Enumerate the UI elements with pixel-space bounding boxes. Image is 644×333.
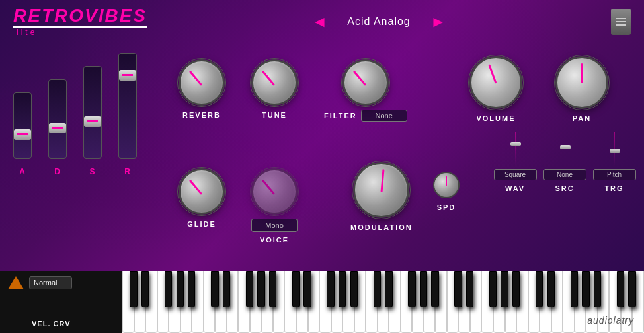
black-key[interactable]	[339, 271, 346, 307]
warning-icon	[8, 276, 24, 289]
black-key[interactable]	[628, 271, 635, 307]
black-key[interactable]	[489, 271, 497, 307]
black-key[interactable]	[374, 271, 381, 307]
black-key[interactable]	[571, 271, 578, 307]
black-key[interactable]	[617, 271, 624, 307]
wav-dropdown[interactable]: Square	[494, 169, 537, 180]
trg-label: TRG	[604, 184, 624, 192]
voice-knob[interactable]	[251, 168, 298, 215]
pan-label: PAN	[573, 114, 591, 122]
prev-preset-button[interactable]: ◄	[311, 13, 327, 31]
keyboard-section: Normal VEL. CRV	[0, 271, 644, 333]
black-key[interactable]	[141, 271, 149, 307]
attack-slider[interactable]	[14, 130, 31, 140]
decay-slider-track	[48, 79, 67, 159]
voice-group: Mono VOICE	[251, 168, 298, 244]
logo-title: RETROVIBES	[13, 7, 147, 25]
logo-retro: RETRO	[13, 5, 85, 26]
attack-label: A	[19, 167, 26, 176]
tune-knob[interactable]	[251, 59, 298, 106]
trg-slider[interactable]	[610, 149, 620, 153]
black-key[interactable]	[292, 271, 300, 307]
brand-logo: audiolatry	[587, 314, 634, 326]
glide-knob[interactable]	[179, 168, 225, 215]
black-key[interactable]	[547, 271, 555, 307]
adsr-attack: A	[13, 92, 32, 176]
menu-icon[interactable]	[611, 9, 631, 35]
black-key[interactable]	[303, 271, 311, 307]
black-key[interactable]	[408, 271, 415, 307]
lfo-section: Square WAV None SRC Pitch TRG	[492, 132, 637, 192]
pan-knob[interactable]	[555, 56, 608, 109]
filter-label: FILTER	[324, 112, 357, 120]
brand-text: audiolatry	[587, 315, 634, 326]
voice-dropdown[interactable]: Mono	[251, 219, 298, 232]
black-key[interactable]	[385, 271, 392, 307]
header: RETROVIBES lite ◄ Acid Analog ►	[0, 0, 644, 44]
tune-group: TUNE	[251, 59, 298, 119]
glide-label: GLIDE	[187, 220, 216, 228]
logo: RETROVIBES lite	[13, 7, 147, 37]
adsr-sustain: S	[83, 66, 102, 176]
volume-knob[interactable]	[469, 56, 522, 109]
black-key[interactable]	[594, 271, 601, 307]
logo-sub: lite	[17, 28, 147, 37]
black-key[interactable]	[211, 271, 218, 307]
preset-name: Acid Analog	[347, 16, 411, 28]
attack-slider-track	[13, 92, 32, 159]
lfo-trg-col: Pitch TRG	[591, 132, 637, 192]
black-key[interactable]	[188, 271, 195, 307]
next-preset-button[interactable]: ►	[430, 13, 446, 31]
black-key[interactable]	[246, 271, 253, 307]
vel-crv-label: VEL. CRV	[32, 320, 114, 328]
reverb-knob[interactable]	[179, 59, 225, 106]
filter-dropdown[interactable]: None	[361, 110, 407, 122]
src-slider[interactable]	[560, 145, 571, 149]
black-key[interactable]	[454, 271, 462, 307]
adsr-release: R	[118, 53, 137, 176]
black-key[interactable]	[327, 271, 334, 307]
black-key[interactable]	[431, 271, 438, 307]
black-key[interactable]	[350, 271, 358, 307]
modulation-group: MODULATION	[350, 162, 413, 231]
filter-group: FILTER None	[324, 59, 407, 122]
modulation-knob[interactable]	[353, 162, 409, 218]
logo-vibes: VIBES	[85, 5, 147, 26]
wav-slider[interactable]	[510, 142, 521, 146]
black-key[interactable]	[130, 271, 137, 307]
black-key[interactable]	[257, 271, 264, 307]
modulation-label: MODULATION	[350, 223, 413, 231]
decay-slider[interactable]	[49, 123, 66, 133]
pan-group: PAN	[555, 56, 608, 122]
black-key[interactable]	[512, 271, 520, 307]
black-key[interactable]	[582, 271, 589, 307]
black-key[interactable]	[501, 271, 508, 307]
black-key[interactable]	[165, 271, 172, 307]
release-slider-track	[118, 53, 137, 159]
vel-crv-dropdown[interactable]: Normal	[29, 276, 72, 289]
black-key[interactable]	[536, 271, 543, 307]
piano-keyboard[interactable]: // This script runs in SVG context - we'…	[122, 271, 644, 333]
black-key[interactable]	[420, 271, 427, 307]
src-label: SRC	[555, 184, 574, 192]
spd-knob[interactable]	[433, 172, 460, 198]
black-key[interactable]	[223, 271, 230, 307]
tune-label: TUNE	[262, 111, 287, 119]
white-keys	[122, 271, 644, 333]
wav-label: WAV	[505, 184, 525, 192]
trg-dropdown[interactable]: Pitch	[593, 169, 636, 180]
sustain-slider[interactable]	[84, 116, 101, 127]
synth-main: RETROVIBES lite ◄ Acid Analog ► A	[0, 0, 644, 271]
black-key[interactable]	[177, 271, 184, 307]
voice-label: VOICE	[260, 236, 289, 244]
spd-group: SPD	[433, 172, 460, 211]
black-key[interactable]	[269, 271, 276, 307]
filter-knob[interactable]	[342, 59, 389, 106]
volume-group: VOLUME	[469, 56, 522, 122]
adsr-decay: D	[48, 79, 67, 176]
release-slider[interactable]	[119, 70, 136, 81]
spd-label: SPD	[437, 204, 456, 211]
src-dropdown[interactable]: None	[543, 169, 586, 180]
black-key[interactable]	[466, 271, 473, 307]
sustain-label: S	[89, 167, 95, 176]
